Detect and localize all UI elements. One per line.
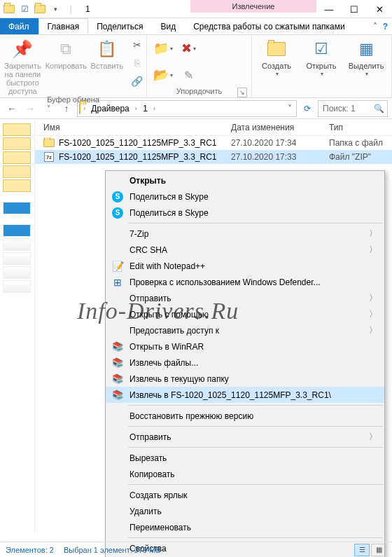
refresh-button[interactable]: ⟳ bbox=[300, 101, 315, 116]
chevron-right-icon[interactable]: › bbox=[152, 104, 157, 112]
search-box[interactable]: 🔍 bbox=[318, 100, 388, 117]
menu-item[interactable]: 📚Открыть в WinRAR bbox=[106, 338, 384, 355]
maximize-button[interactable]: ☐ bbox=[342, 0, 367, 18]
cut-icon[interactable]: ✂ bbox=[127, 36, 147, 53]
tree-item[interactable] bbox=[3, 266, 31, 279]
menu-item[interactable]: SПоделиться в Skype bbox=[106, 205, 384, 221]
chevron-right-icon: 〉 bbox=[369, 308, 377, 320]
tab-file[interactable]: Файл bbox=[0, 18, 38, 34]
copy-button[interactable]: ⧉ Копировать bbox=[46, 36, 87, 70]
copy-path-icon[interactable]: ⎘ bbox=[127, 55, 147, 71]
menu-item[interactable]: ⊞Проверка с использованием Windows Defen… bbox=[106, 274, 384, 290]
menu-item[interactable]: Копировать bbox=[106, 466, 384, 482]
pin-icon: 📌 bbox=[11, 38, 34, 60]
menu-item[interactable]: Открыть с помощью〉 bbox=[106, 306, 384, 322]
properties-qat-icon[interactable]: ☑ bbox=[18, 3, 31, 15]
select-button[interactable]: ▦ Выделить▾ bbox=[346, 36, 386, 78]
tab-view[interactable]: Вид bbox=[152, 18, 185, 34]
navigation-pane[interactable] bbox=[0, 119, 35, 532]
tree-item[interactable] bbox=[3, 252, 31, 265]
menu-item[interactable]: Открыть bbox=[106, 172, 384, 188]
open-label: Открыть bbox=[306, 62, 336, 70]
menu-item-label: Вырезать bbox=[130, 453, 167, 463]
cell-date: 27.10.2020 17:33 bbox=[231, 152, 329, 162]
chevron-right-icon[interactable]: › bbox=[134, 104, 139, 112]
move-to-icon[interactable]: 📁▾ bbox=[151, 36, 175, 60]
menu-item[interactable]: Вырезать bbox=[106, 450, 384, 466]
menu-item-label: Предоставить доступ к bbox=[130, 326, 219, 336]
tree-item[interactable] bbox=[3, 280, 31, 293]
menu-item[interactable]: Отправить〉 bbox=[106, 429, 384, 445]
menu-item[interactable]: 📚Извлечь в FS-1020_1025_1120_1125MFP_3.3… bbox=[106, 387, 384, 403]
rar-icon: 📚 bbox=[111, 373, 124, 385]
column-headers[interactable]: Имя Дата изменения Тип bbox=[35, 119, 392, 136]
menu-item[interactable]: Создать ярлык bbox=[106, 487, 384, 503]
menu-item[interactable]: 📝Edit with Notepad++ bbox=[106, 258, 384, 274]
tree-item[interactable] bbox=[3, 238, 31, 251]
tree-item[interactable] bbox=[3, 151, 31, 164]
menu-item[interactable]: 📚Извлечь в текущую папку bbox=[106, 371, 384, 387]
search-input[interactable] bbox=[321, 103, 374, 114]
paste-shortcut-icon[interactable]: 🔗 bbox=[127, 73, 147, 90]
rename-icon[interactable]: ✎ bbox=[176, 63, 200, 87]
dialog-launcher-icon[interactable]: ↘ bbox=[237, 88, 247, 97]
copy-to-icon[interactable]: 📂▾ bbox=[151, 63, 175, 87]
window-controls: — ☐ ✕ bbox=[316, 0, 392, 18]
menu-item[interactable]: Удалить bbox=[106, 503, 384, 519]
folder-icon[interactable] bbox=[34, 3, 46, 15]
close-button[interactable]: ✕ bbox=[367, 0, 392, 18]
breadcrumb-item[interactable]: 1 bbox=[140, 104, 150, 114]
file-row[interactable]: 7zFS-1020_1025_1120_1125MFP_3.3_RC127.10… bbox=[35, 150, 392, 164]
qat-dropdown-icon[interactable]: ▾ bbox=[49, 3, 62, 15]
quick-access-toolbar: ☑ ▾ | bbox=[0, 0, 80, 18]
tree-item-thispc[interactable] bbox=[3, 224, 31, 237]
status-count: Элементов: 2 bbox=[6, 546, 54, 554]
breadcrumb-item[interactable]: Драйвера bbox=[88, 104, 132, 114]
window-title: 1 bbox=[80, 0, 190, 18]
pin-label: Закрепить на панели быстрого доступа bbox=[4, 62, 41, 95]
tab-home[interactable]: Главная bbox=[38, 18, 89, 34]
file-row[interactable]: FS-1020_1025_1120_1125MFP_3.3_RC127.10.2… bbox=[35, 136, 392, 150]
view-details-button[interactable]: ☰ bbox=[354, 544, 370, 556]
collapse-ribbon-icon[interactable]: ˄ bbox=[373, 22, 377, 32]
pin-quick-access-button[interactable]: 📌 Закрепить на панели быстрого доступа bbox=[4, 36, 41, 95]
delete-icon[interactable]: ✖▾ bbox=[176, 36, 200, 60]
address-dropdown-icon[interactable]: ˅ bbox=[285, 104, 295, 114]
menu-item[interactable]: Восстановить прежнюю версию bbox=[106, 408, 384, 424]
copy-icon: ⧉ bbox=[55, 38, 77, 60]
col-type[interactable]: Тип bbox=[329, 123, 392, 132]
folder-icon bbox=[43, 137, 55, 149]
help-icon[interactable]: ? bbox=[383, 22, 388, 32]
menu-item-label: 7-Zip bbox=[130, 229, 148, 239]
context-tab-label: Извлечение bbox=[190, 0, 316, 13]
menu-item-label: Поделиться в Skype bbox=[130, 192, 209, 202]
tab-compressed-tools[interactable]: Средства работы со сжатыми папками bbox=[185, 18, 368, 34]
menu-item[interactable]: CRC SHA〉 bbox=[106, 242, 384, 258]
tree-item[interactable] bbox=[3, 179, 31, 192]
paste-button[interactable]: 📋 Вставить bbox=[91, 36, 123, 70]
view-thumbnails-button[interactable]: ▦ bbox=[371, 544, 386, 556]
menu-item[interactable]: Переименовать bbox=[106, 519, 384, 535]
menu-item[interactable]: Предоставить доступ к〉 bbox=[106, 322, 384, 338]
menu-item-label: Открыть в WinRAR bbox=[130, 342, 204, 352]
group-clipboard: 📌 Закрепить на панели быстрого доступа ⧉… bbox=[0, 35, 147, 97]
new-folder-button[interactable]: Создать▾ bbox=[256, 36, 297, 78]
tree-item[interactable] bbox=[3, 165, 31, 178]
menu-item[interactable]: 📚Извлечь файлы... bbox=[106, 355, 384, 371]
col-name[interactable]: Имя bbox=[35, 123, 231, 132]
menu-item[interactable]: SПоделиться в Skype bbox=[106, 188, 384, 205]
tree-item[interactable] bbox=[3, 137, 31, 150]
tab-share[interactable]: Поделиться bbox=[88, 18, 152, 34]
rar-icon: 📚 bbox=[111, 341, 124, 353]
menu-item[interactable]: 7-Zip〉 bbox=[106, 226, 384, 242]
menu-item-label: Отправить bbox=[130, 294, 172, 303]
defender-icon: ⊞ bbox=[111, 276, 124, 289]
col-date[interactable]: Дата изменения bbox=[231, 123, 329, 132]
open-button[interactable]: ☑ Открыть▾ bbox=[301, 36, 342, 78]
menu-item-label: Открыть bbox=[130, 176, 166, 186]
minimize-button[interactable]: — bbox=[316, 0, 342, 18]
tree-item[interactable] bbox=[3, 123, 31, 136]
menu-item[interactable]: Отправить〉 bbox=[106, 290, 384, 306]
chevron-right-icon[interactable]: › bbox=[82, 104, 87, 112]
tree-item-onedrive[interactable] bbox=[3, 202, 31, 214]
